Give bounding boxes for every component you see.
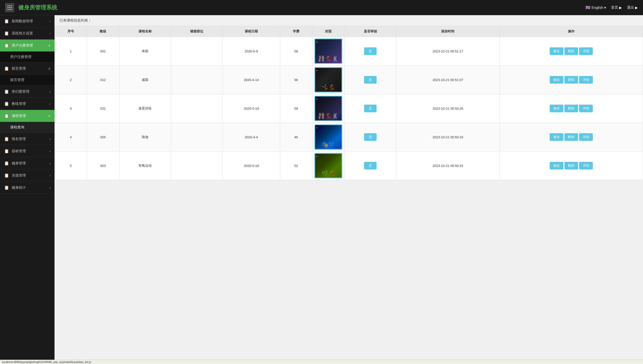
main-layout: 📋 新闻数据管理 ‹ 📋 系统简介设置 ‹ 📋 用户注册管理 ∨ 用户注册管理 …	[0, 15, 643, 364]
flag-icon: 🇬🇧	[585, 5, 591, 10]
sidebar-item-topup[interactable]: 📋 充值管理 ‹	[0, 169, 55, 182]
sidebar-item-message-label: 留言管理	[12, 66, 26, 71]
table-row: 5 003 有氧运动 2020-5-19 52 🌿💃 ▶ 是 2023-10-2…	[55, 151, 643, 180]
cell-approved: 是	[344, 37, 396, 66]
cover-image: 🌿💃 ▶	[314, 153, 342, 178]
col-fee: 学费	[280, 26, 312, 37]
cell-seq: 5	[55, 151, 87, 180]
approved-badge[interactable]: 是	[364, 133, 377, 141]
detail-button[interactable]: 详细	[579, 162, 593, 169]
cell-date: 2020-5-19	[223, 151, 280, 180]
sidebar-item-fitness[interactable]: 📋 健身管理 ‹	[0, 157, 55, 169]
coach-icon: 📋	[4, 101, 9, 106]
sidebar-item-illusion[interactable]: 📋 变幻图管理 ‹	[0, 86, 55, 98]
menu-toggle-button[interactable]	[5, 3, 14, 12]
edit-button[interactable]: 修改	[550, 47, 563, 55]
detail-button[interactable]: 详细	[579, 76, 593, 84]
approved-badge[interactable]: 是	[364, 76, 377, 84]
sidebar-item-stats-label: 健身统计	[12, 185, 26, 190]
cell-seq: 4	[55, 123, 87, 151]
delete-button[interactable]: 删除	[564, 76, 578, 84]
delete-button[interactable]: 删除	[564, 105, 578, 112]
detail-button[interactable]: 详细	[579, 105, 593, 112]
cell-cover: 🤸‍♀️💃 ▶	[312, 66, 344, 94]
status-bar: localhost:8080/jspmjsfglxthsg8101W688_wa…	[0, 360, 643, 364]
sidebar-submenu-course-query[interactable]: 课程查询	[0, 122, 55, 133]
cell-cover: 🌿💃 ▶	[312, 151, 344, 180]
cell-approved: 是	[344, 66, 396, 94]
logout-button[interactable]: 退出 ▶	[627, 5, 638, 10]
table-row: 1 001 体能 2020-5-9 58 🩰💃🕺 ▶ 是 2023-10-21 …	[55, 37, 643, 66]
stats-icon: 📋	[4, 185, 9, 190]
approved-badge[interactable]: 是	[364, 162, 377, 169]
cell-part	[171, 66, 223, 94]
news-icon: 📋	[4, 19, 9, 24]
language-button[interactable]: 🇬🇧 English ▾	[585, 5, 606, 10]
cell-fee: 58	[280, 66, 312, 94]
chevron-icon: ‹	[49, 20, 50, 23]
sidebar-item-message[interactable]: 📋 留言管理 ∨	[0, 63, 55, 75]
sidebar-submenu-message[interactable]: 留言管理	[0, 75, 55, 86]
edit-button[interactable]: 修改	[550, 133, 563, 141]
chevron-icon-3: ∨	[48, 44, 50, 47]
sidebar-item-course[interactable]: 📋 课程管理 ∨	[0, 110, 55, 122]
sidebar-item-signup[interactable]: 📋 报名管理 ‹	[0, 133, 55, 145]
cell-part	[171, 151, 223, 180]
cover-image: 🎭💙 ▶	[314, 124, 342, 150]
cell-actions: 修改删除详细	[499, 123, 643, 151]
col-cover: 封面	[312, 26, 344, 37]
delete-button[interactable]: 删除	[564, 47, 578, 55]
cell-add-time: 2023-10-21 00:50:19	[396, 123, 500, 151]
cell-seq: 2	[55, 66, 87, 94]
chevron-icon-9: ‹	[49, 149, 50, 153]
edit-button[interactable]: 修改	[550, 76, 563, 84]
chevron-icon-8: ‹	[49, 137, 50, 141]
equipment-icon: 📋	[4, 149, 9, 154]
cell-cover: 🩰💃🕺 ▶	[312, 94, 344, 123]
cell-actions: 修改删除详细	[499, 66, 643, 94]
col-date: 课程日期	[223, 26, 280, 37]
delete-button[interactable]: 删除	[564, 162, 578, 169]
sidebar-item-coach-label: 教练管理	[12, 102, 26, 106]
sidebar-item-intro[interactable]: 📋 系统简介设置 ‹	[0, 27, 55, 40]
cell-add-time: 2023-10-21 00:50:28	[396, 94, 500, 123]
table-header-row: 序号 教练 课程名称 锻炼部位 课程日期 学费 封面 是否审核 添加时间 操作	[55, 26, 643, 37]
cell-actions: 修改删除详细	[499, 151, 643, 180]
home-button[interactable]: 首页 ▶	[611, 5, 622, 10]
cell-fee: 46	[280, 123, 312, 151]
detail-button[interactable]: 详细	[579, 133, 593, 141]
edit-button[interactable]: 修改	[550, 162, 563, 169]
cell-seq: 1	[55, 37, 87, 66]
cell-approved: 是	[344, 123, 396, 151]
cell-part	[171, 37, 223, 66]
table-row: 4 005 瑜伽 2020-4-4 46 🎭💙 ▶ 是 2023-10-21 0…	[55, 123, 643, 151]
cover-image: 🩰💃🕺 ▶	[314, 96, 342, 121]
course-icon: 📋	[4, 113, 9, 118]
sidebar-item-coach[interactable]: 📋 教练管理 ‹	[0, 98, 55, 110]
chevron-icon-4: ∨	[48, 67, 50, 70]
sidebar-item-equipment[interactable]: 📋 器材管理 ‹	[0, 145, 55, 157]
approved-badge[interactable]: 是	[364, 47, 377, 55]
content-area: 已有课程信息列表： 序号 教练 课程名称 锻炼部位 课程日期 学费 封面 是否审…	[55, 15, 643, 364]
edit-button[interactable]: 修改	[550, 105, 563, 112]
fitness-icon: 📋	[4, 161, 9, 166]
status-url: localhost:8080/jspmjsfglxthsg8101W688_wa…	[2, 360, 91, 363]
detail-button[interactable]: 详细	[579, 47, 593, 55]
cell-approved: 是	[344, 151, 396, 180]
cell-name: 有氧运动	[119, 151, 171, 180]
sidebar-item-user-reg[interactable]: 📋 用户注册管理 ∨	[0, 40, 55, 52]
col-part: 锻炼部位	[171, 26, 223, 37]
col-seq: 序号	[55, 26, 87, 37]
sidebar-item-illusion-label: 变幻图管理	[12, 89, 29, 94]
delete-button[interactable]: 删除	[564, 133, 578, 141]
chevron-icon-6: ‹	[49, 102, 50, 106]
cell-add-time: 2023-10-21 00:50:15	[396, 151, 500, 180]
sidebar-item-stats[interactable]: 📋 健身统计 ‹	[0, 182, 55, 194]
top-right-actions: 🇬🇧 English ▾ 首页 ▶ 退出 ▶	[585, 5, 638, 10]
sidebar-item-equipment-label: 器材管理	[12, 149, 26, 154]
cell-date: 2020-4-14	[223, 66, 280, 94]
approved-badge[interactable]: 是	[364, 105, 377, 112]
sidebar-item-news[interactable]: 📋 新闻数据管理 ‹	[0, 15, 55, 27]
sidebar-submenu-user-reg[interactable]: 用户注册管理	[0, 52, 55, 63]
col-name: 课程名称	[119, 26, 171, 37]
